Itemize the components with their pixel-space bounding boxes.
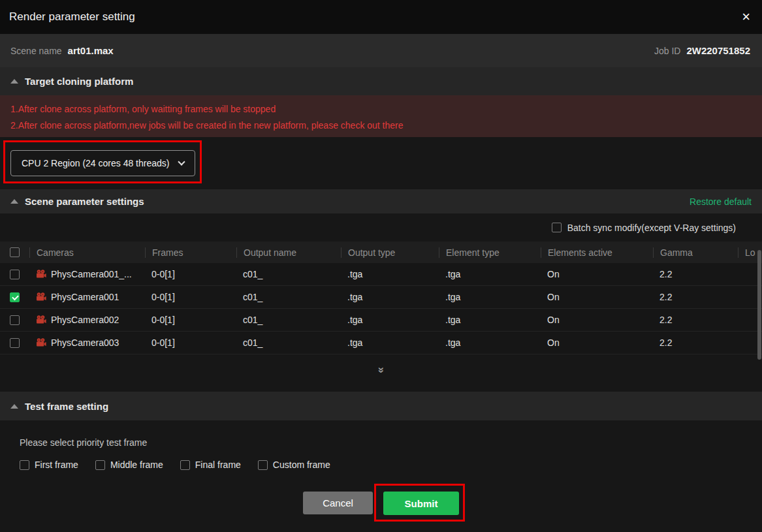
gamma-cell: 2.2 <box>653 337 738 348</box>
platform-dropdown-value: CPU 2 Region (24 cores 48 threads) <box>22 158 169 168</box>
gamma-cell: 2.2 <box>653 292 738 302</box>
custom-frame-label: Custom frame <box>273 460 330 470</box>
element-type-cell: .tga <box>439 292 541 302</box>
elements-active-cell: On <box>541 337 653 348</box>
job-id-group: Job ID 2W220751852 <box>654 45 750 56</box>
table-row[interactable]: PhysCamera001 0-0[1] c01_ .tga .tga On 2… <box>0 286 762 309</box>
column-header-element-type: Element type <box>439 247 541 258</box>
row-checkbox[interactable] <box>10 338 20 348</box>
row-checkbox[interactable] <box>10 292 20 302</box>
camera-table-header: Cameras Frames Output name Output type E… <box>0 242 762 263</box>
camera-icon <box>36 315 46 324</box>
target-platform-section-header[interactable]: Target cloning platform <box>0 67 762 95</box>
scene-settings-section-header[interactable]: Scene parameter settings Restore default <box>0 189 762 213</box>
scene-info-bar: Scene name art01.max Job ID 2W220751852 <box>0 34 762 67</box>
option-custom-frame[interactable]: Custom frame <box>258 460 330 470</box>
render-parameter-dialog: Render parameter setting × Scene name ar… <box>0 0 762 532</box>
camera-name: PhysCamera001_... <box>51 269 132 279</box>
elements-active-cell: On <box>541 292 653 302</box>
scene-name-label: Scene name <box>10 46 62 56</box>
camera-name: PhysCamera002 <box>51 315 119 325</box>
camera-name: PhysCamera003 <box>51 337 119 348</box>
column-header-frames: Frames <box>145 247 236 258</box>
table-row[interactable]: PhysCamera003 0-0[1] c01_ .tga .tga On 2… <box>0 332 762 354</box>
first-frame-label: First frame <box>35 460 78 470</box>
middle-frame-checkbox[interactable] <box>95 460 105 470</box>
element-type-cell: .tga <box>439 269 541 279</box>
frames-cell: 0-0[1] <box>145 292 236 302</box>
test-frame-section-header[interactable]: Test frame setting <box>0 392 762 420</box>
batch-sync-row: Batch sync modify(except V-Ray settings) <box>0 213 762 242</box>
scene-name-group: Scene name art01.max <box>10 45 114 56</box>
select-all-checkbox[interactable] <box>10 247 20 257</box>
test-frame-options: First frame Middle frame Final frame Cus… <box>0 452 762 478</box>
output-name-cell: c01_ <box>236 292 341 302</box>
target-platform-title: Target cloning platform <box>25 76 133 87</box>
output-type-cell: .tga <box>341 315 439 325</box>
dialog-title: Render parameter setting <box>9 10 135 23</box>
test-frame-prompt: Please select priority test frame <box>20 437 147 448</box>
submit-button[interactable]: Submit <box>383 492 459 515</box>
elements-active-cell: On <box>541 315 653 325</box>
element-type-cell: .tga <box>439 315 541 325</box>
dialog-titlebar: Render parameter setting × <box>0 0 762 34</box>
scene-name-value: art01.max <box>68 45 114 56</box>
warning-line-1: 1.After clone across platform, only wait… <box>10 101 752 117</box>
dialog-footer: Cancel Submit <box>0 478 762 532</box>
output-type-cell: .tga <box>341 269 439 279</box>
row-checkbox[interactable] <box>10 270 20 279</box>
platform-dropdown[interactable]: CPU 2 Region (24 cores 48 threads) <box>10 150 195 176</box>
platform-select-region: CPU 2 Region (24 cores 48 threads) <box>0 137 762 189</box>
gamma-cell: 2.2 <box>653 315 738 325</box>
option-middle-frame[interactable]: Middle frame <box>95 460 163 470</box>
camera-icon <box>36 292 46 302</box>
frames-cell: 0-0[1] <box>145 337 236 348</box>
collapse-icon <box>10 199 18 204</box>
gamma-cell: 2.2 <box>653 269 738 279</box>
camera-icon <box>36 270 46 279</box>
element-type-cell: .tga <box>439 337 541 348</box>
table-row[interactable]: PhysCamera001_... 0-0[1] c01_ .tga .tga … <box>0 263 762 286</box>
row-checkbox[interactable] <box>10 315 20 325</box>
camera-name: PhysCamera001 <box>51 292 119 302</box>
output-type-cell: .tga <box>341 292 439 302</box>
collapse-icon <box>10 404 18 409</box>
cancel-button[interactable]: Cancel <box>303 492 373 514</box>
restore-default-link[interactable]: Restore default <box>690 196 752 207</box>
column-header-gamma: Gamma <box>653 247 738 258</box>
test-frame-prompt-row: Please select priority test frame <box>0 420 762 452</box>
output-name-cell: c01_ <box>236 269 341 279</box>
table-expand-row: » <box>0 354 762 392</box>
expand-more-icon[interactable]: » <box>375 367 388 373</box>
job-id-value: 2W220751852 <box>686 45 750 56</box>
option-final-frame[interactable]: Final frame <box>180 460 241 470</box>
clone-warning-banner: 1.After clone across platform, only wait… <box>0 95 762 137</box>
chevron-down-icon <box>178 158 185 165</box>
elements-active-cell: On <box>541 269 653 279</box>
camera-table-body: PhysCamera001_... 0-0[1] c01_ .tga .tga … <box>0 263 762 354</box>
first-frame-checkbox[interactable] <box>20 460 29 470</box>
column-header-elements-active: Elements active <box>541 247 653 258</box>
final-frame-checkbox[interactable] <box>180 460 190 470</box>
close-icon[interactable]: × <box>742 10 750 24</box>
custom-frame-checkbox[interactable] <box>258 460 268 470</box>
output-name-cell: c01_ <box>236 315 341 325</box>
table-row[interactable]: PhysCamera002 0-0[1] c01_ .tga .tga On 2… <box>0 309 762 332</box>
collapse-icon <box>10 79 18 84</box>
batch-sync-checkbox[interactable] <box>552 223 562 232</box>
frames-cell: 0-0[1] <box>145 269 236 279</box>
warning-line-2: 2.After clone across platform,new jobs w… <box>10 117 752 134</box>
test-frame-title: Test frame setting <box>25 401 108 412</box>
final-frame-label: Final frame <box>195 460 241 470</box>
output-name-cell: c01_ <box>236 337 341 348</box>
scrollbar-thumb[interactable] <box>757 250 761 360</box>
column-header-cameras: Cameras <box>29 247 145 258</box>
frames-cell: 0-0[1] <box>145 315 236 325</box>
middle-frame-label: Middle frame <box>110 460 163 470</box>
column-header-output-type: Output type <box>341 247 439 258</box>
camera-icon <box>36 338 46 347</box>
option-first-frame[interactable]: First frame <box>20 460 78 470</box>
output-type-cell: .tga <box>341 337 439 348</box>
scene-settings-title: Scene parameter settings <box>25 196 144 207</box>
column-header-output-name: Output name <box>236 247 341 258</box>
